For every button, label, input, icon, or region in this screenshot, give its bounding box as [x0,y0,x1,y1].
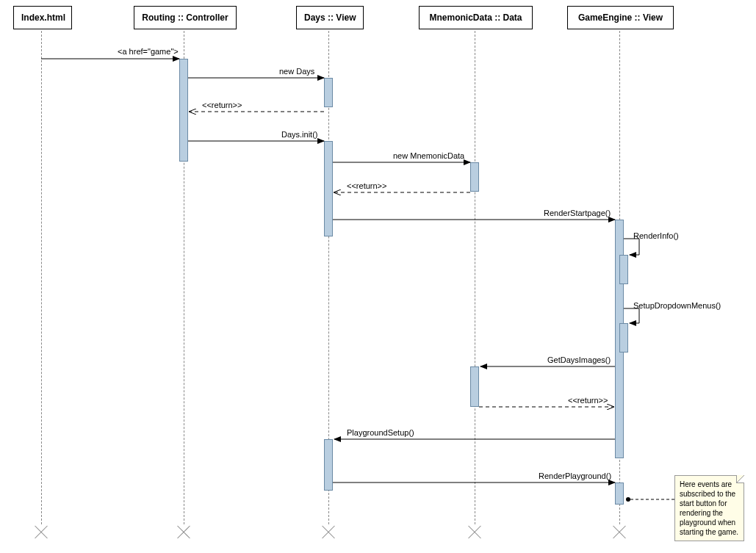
msg-setupdropdown: SetupDropdownMenus() [633,301,721,310]
msg-renderplayground: RenderPlayground() [539,471,611,480]
note-events: Here events are subscribed to the start … [674,475,744,541]
msg-return-2: <<return>> [347,181,386,190]
arrows-layer [0,0,756,553]
msg-new-days: new Days [279,67,314,76]
msg-days-init: Days.init() [281,130,318,139]
msg-renderstartpage: RenderStartpage() [544,209,611,217]
msg-renderinfo: RenderInfo() [633,231,679,240]
msg-return-1: <<return>> [202,101,242,109]
msg-getdaysimages: GetDaysImages() [547,355,611,364]
msg-return-3: <<return>> [568,396,608,405]
msg-new-mnemonic: new MnemonicData [393,151,464,160]
msg-playgroundsetup: PlaygroundSetup() [347,428,414,437]
msg-a-href: <a href="game"> [118,47,179,56]
svg-point-11 [626,497,630,502]
